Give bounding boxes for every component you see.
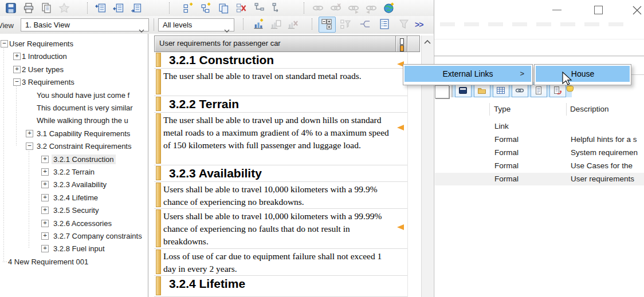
tree-item[interactable]: +3.2.8 Fuel input: [0, 244, 148, 254]
favorites-button[interactable]: [57, 1, 72, 15]
menu-item-house[interactable]: House: [536, 66, 630, 82]
maximize-button[interactable]: [590, 2, 607, 18]
tree-item[interactable]: This document is very similar: [0, 103, 148, 113]
expand-icon[interactable]: +: [26, 130, 33, 137]
tree-item[interactable]: +3.2.7 Company constraints: [0, 231, 148, 241]
new-object-below-button[interactable]: [198, 1, 213, 15]
requirement-object[interactable]: Users shall be able to travel 10,000 kil…: [154, 182, 408, 209]
new-object-button[interactable]: [180, 1, 195, 15]
separator: [243, 18, 244, 30]
tree-item[interactable]: +3.2.4 Lifetime: [0, 193, 148, 203]
outdent-button[interactable]: [111, 1, 126, 15]
filter-settings-button[interactable]: [338, 17, 353, 31]
grid-button[interactable]: [493, 84, 509, 97]
external-linker-button[interactable]: [382, 1, 396, 15]
column-header-type[interactable]: Type: [494, 105, 511, 113]
expand-icon[interactable]: +: [41, 194, 49, 201]
levels-combobox[interactable]: All levels: [158, 18, 234, 31]
collapse-icon[interactable]: −: [26, 142, 33, 150]
tree-item[interactable]: −User Requirements: [0, 39, 148, 49]
tree-item[interactable]: While walking through the u: [0, 116, 148, 126]
expand-icon[interactable]: +: [41, 220, 49, 227]
table-row[interactable]: FormalHelpful hints for a s: [435, 133, 644, 146]
copy-object-button[interactable]: [216, 1, 231, 15]
link-create-button[interactable]: [311, 1, 325, 15]
grid-icon: [496, 86, 505, 95]
in-link-arrow-icon[interactable]: [397, 224, 404, 230]
copy-icon: [41, 2, 52, 14]
requirement-object[interactable]: Loss of use of car due to equipment fail…: [154, 249, 408, 276]
tree-item[interactable]: 4 New Requirement 001: [0, 257, 148, 267]
requirement-object[interactable]: Users shall be able to travel 10,000 kil…: [154, 209, 408, 249]
requirement-object[interactable]: 3.2.4 Lifetime: [154, 276, 408, 297]
tree-item[interactable]: +3.1 Capability Requirements: [0, 129, 148, 139]
table-row[interactable]: FormalUser requirements: [435, 173, 644, 185]
table-row[interactable]: Link: [435, 120, 644, 133]
expand-icon[interactable]: +: [41, 207, 49, 214]
indent-left-button[interactable]: [93, 1, 108, 15]
in-link-arrow-icon[interactable]: [397, 125, 404, 130]
minimize-button[interactable]: [548, 2, 566, 18]
object-indicator-bar: [156, 183, 161, 207]
cell-type: Link: [494, 122, 509, 130]
tree-item[interactable]: You should have just come f: [0, 90, 148, 101]
requirement-object[interactable]: 3.2.2 Terrain: [154, 96, 408, 113]
delete-object-button[interactable]: [234, 1, 249, 15]
view-combobox[interactable]: 1. Basic View: [21, 18, 149, 31]
indent-right-button[interactable]: [129, 1, 144, 15]
menu-item-external-links[interactable]: External Links >: [405, 66, 531, 82]
link-delete-button[interactable]: [328, 1, 343, 15]
chain-button[interactable]: [512, 84, 528, 97]
requirement-object[interactable]: 3.2.3 Availability: [154, 165, 408, 182]
close-button[interactable]: [629, 2, 644, 18]
tree-item[interactable]: +3.2.1 Construction: [0, 155, 148, 165]
attributes-list-button[interactable]: [377, 17, 392, 31]
link-branch-button[interactable]: [269, 1, 284, 15]
doc-export-icon: [553, 86, 562, 95]
tree-item[interactable]: +3.2.3 Availability: [0, 180, 148, 190]
link-follow-button[interactable]: [346, 1, 361, 15]
column-header[interactable]: User requirements for passenger car: [154, 35, 396, 52]
toolbar-blank-button[interactable]: [435, 85, 449, 98]
expand-icon[interactable]: +: [41, 232, 49, 240]
folder-button[interactable]: [474, 84, 490, 97]
toolbar-more-button[interactable]: >>: [415, 20, 423, 29]
link-previous-button[interactable]: [364, 1, 379, 15]
requirement-object[interactable]: The user shall be able to travel up and …: [154, 113, 408, 165]
outline-controls-button[interactable]: [319, 17, 336, 33]
expand-icon[interactable]: +: [41, 181, 49, 188]
tree-item[interactable]: +3.2.2 Terrain: [0, 167, 148, 177]
doc-icon: [534, 86, 543, 95]
tree-item[interactable]: +3.2.6 Accessories: [0, 219, 148, 229]
tree-item-label: This document is very similar: [35, 103, 135, 113]
doc-button[interactable]: [531, 84, 547, 97]
filter-funnel-button[interactable]: [396, 17, 411, 31]
table-row[interactable]: FormalUse Cases for the: [435, 160, 644, 172]
graph-delete-button[interactable]: [285, 17, 300, 31]
copy-button[interactable]: [39, 1, 54, 15]
column-header-description[interactable]: Description: [570, 105, 609, 113]
save-button[interactable]: [3, 1, 18, 15]
mouse-cursor-icon: [562, 72, 577, 97]
object-indicator-bar: [156, 250, 161, 274]
graph-new-button[interactable]: [251, 17, 266, 31]
expand-icon[interactable]: +: [41, 245, 49, 252]
table-row[interactable]: FormalSystem requiremen: [435, 146, 644, 159]
links-view-button[interactable]: [358, 17, 372, 31]
graph-open-button[interactable]: [268, 17, 283, 31]
expand-icon[interactable]: +: [41, 156, 49, 163]
print-button[interactable]: [21, 1, 36, 15]
tree-item[interactable]: −3 Requirements: [0, 77, 148, 88]
requirement-object[interactable]: 3.2.1 Construction: [154, 52, 408, 69]
tree-item[interactable]: +3.2.5 Security: [0, 205, 148, 216]
tree-item[interactable]: +2 User types: [0, 65, 148, 75]
requirement-object[interactable]: The user shall be able to travel on stan…: [154, 69, 408, 96]
scroll-up-icon: [423, 38, 432, 46]
tree-item[interactable]: +1 Introduction: [0, 52, 148, 62]
link-indicator-column-header[interactable]: [395, 35, 407, 52]
module-button[interactable]: [455, 84, 472, 97]
tree-item[interactable]: −3.2 Constraint Requirements: [0, 141, 148, 152]
link-elbow-button[interactable]: [252, 1, 266, 15]
toolbar-row-2: View 1. Basic View All levels >>: [0, 16, 434, 34]
expand-icon[interactable]: +: [41, 168, 49, 176]
